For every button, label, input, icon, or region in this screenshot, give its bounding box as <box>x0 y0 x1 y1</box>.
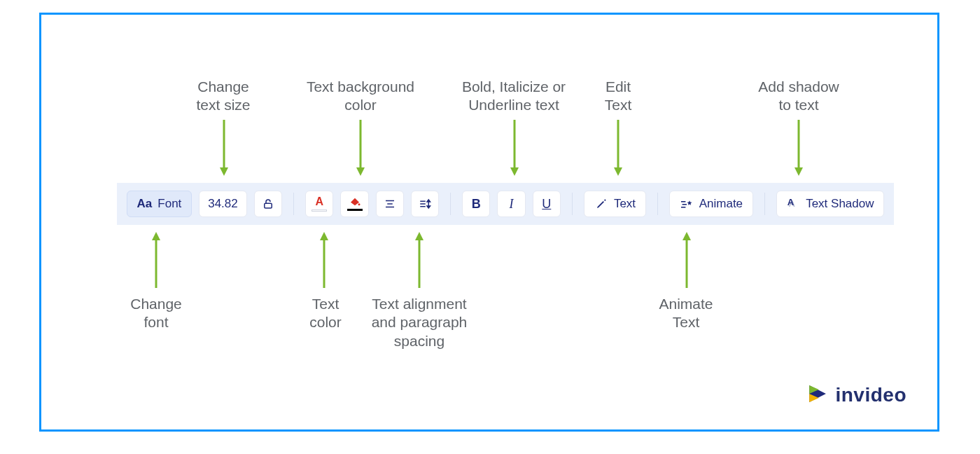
paint-bucket-icon <box>347 197 363 211</box>
svg-point-11 <box>358 203 360 205</box>
svg-marker-20 <box>427 206 430 208</box>
separator <box>572 193 573 215</box>
font-label: Font <box>158 197 181 211</box>
unlock-icon <box>261 197 275 211</box>
italic-button[interactable]: I <box>497 191 525 217</box>
underline-icon: U <box>540 197 554 211</box>
animate-button[interactable]: Animate <box>669 191 753 217</box>
underline-button[interactable]: U <box>533 191 561 217</box>
arrow-down-icon <box>510 120 519 176</box>
callout-change-font: Change font <box>114 295 198 332</box>
line-spacing-button[interactable] <box>411 191 439 217</box>
text-shadow-label: Text Shadow <box>806 197 874 211</box>
font-size-value: 34.82 <box>208 197 238 211</box>
italic-icon: I <box>505 197 519 211</box>
arrow-up-icon <box>152 232 160 288</box>
font-button[interactable]: Aa Font <box>127 191 192 217</box>
svg-marker-7 <box>614 167 622 176</box>
unlock-button[interactable] <box>254 191 282 217</box>
svg-marker-5 <box>510 167 519 176</box>
line-spacing-icon <box>418 197 432 211</box>
brand-logo: invideo <box>806 382 906 408</box>
arrow-down-icon <box>614 120 622 176</box>
text-color-button[interactable]: A <box>305 191 333 217</box>
bold-button[interactable]: B <box>462 191 490 217</box>
callout-text-color: Text color <box>290 295 360 332</box>
text-shadow-button[interactable]: AA Text Shadow <box>776 191 884 217</box>
edit-text-button[interactable]: Text <box>584 191 646 217</box>
separator <box>657 193 658 215</box>
callout-animate-text: Animate Text <box>648 295 724 332</box>
animate-icon <box>680 197 694 211</box>
arrow-up-icon <box>682 232 691 288</box>
callout-bold-italic-underline: Bold, Italicize or Underline text <box>444 78 584 115</box>
arrow-down-icon <box>356 120 365 176</box>
svg-marker-19 <box>427 200 430 202</box>
animate-label: Animate <box>699 197 743 211</box>
text-toolbar: Aa Font 34.82 A <box>117 183 894 225</box>
svg-text:A: A <box>788 198 794 207</box>
callout-edit-text: Edit Text <box>583 78 653 115</box>
arrow-up-icon <box>415 232 424 288</box>
bold-icon: B <box>469 197 483 211</box>
svg-marker-9 <box>794 167 803 176</box>
text-color-icon: A <box>312 196 327 212</box>
text-align-button[interactable] <box>376 191 404 217</box>
play-logo-icon <box>806 382 830 408</box>
brand-name: invideo <box>835 384 906 406</box>
callout-text-bg-color: Text background color <box>290 78 430 115</box>
pencil-icon <box>594 197 608 211</box>
font-size-input[interactable]: 34.82 <box>199 191 247 217</box>
svg-marker-1 <box>220 167 228 176</box>
arrow-down-icon <box>794 120 803 176</box>
arrow-up-icon <box>320 232 328 288</box>
callout-alignment-spacing: Text alignment and paragraph spacing <box>356 295 482 350</box>
callout-add-shadow: Add shadow to text <box>736 78 862 115</box>
arrow-down-icon <box>220 120 228 176</box>
callout-change-text-size: Change text size <box>167 78 279 115</box>
text-shadow-icon: AA <box>786 197 800 211</box>
separator <box>293 193 294 215</box>
separator <box>764 193 765 215</box>
edit-text-label: Text <box>614 197 636 211</box>
svg-marker-3 <box>356 167 365 176</box>
font-aa-icon: Aa <box>137 197 153 211</box>
text-bg-color-button[interactable] <box>340 191 368 217</box>
separator <box>450 193 451 215</box>
align-center-icon <box>383 197 397 211</box>
svg-rect-10 <box>265 203 272 208</box>
diagram-frame: Change text size Text background color B… <box>39 13 939 432</box>
